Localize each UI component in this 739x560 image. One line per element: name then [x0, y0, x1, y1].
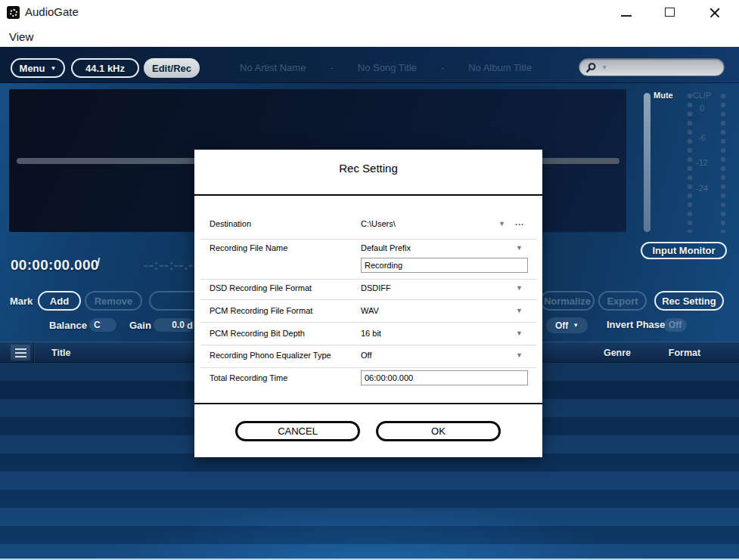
cancel-button[interactable]: CANCEL: [235, 421, 360, 441]
mute-label: Mute: [654, 91, 673, 100]
dialog-title: Rec Setting: [194, 162, 542, 175]
mark-label: Mark: [10, 295, 33, 307]
column-header-genre[interactable]: Genre: [598, 348, 637, 358]
export-button[interactable]: Export: [598, 291, 647, 311]
rec-file-name-input[interactable]: [361, 258, 528, 273]
mark-remove-button[interactable]: Remove: [85, 291, 142, 311]
meter-tick-6: -6: [682, 133, 722, 142]
destination-label: Destination: [210, 219, 251, 228]
chevron-down-icon[interactable]: ▼: [516, 330, 523, 337]
total-rec-time-label: Total Recording Time: [210, 373, 287, 382]
rec-file-name-label: Recording File Name: [210, 243, 287, 252]
chevron-down-icon[interactable]: ▼: [498, 220, 505, 227]
album-title: No Album Title: [468, 62, 532, 73]
menubar: View: [0, 25, 739, 47]
song-title: No Song Title: [358, 62, 417, 73]
titlebar: AudioGate: [0, 0, 739, 25]
pcm-format-value[interactable]: WAV: [361, 306, 379, 315]
balance-value[interactable]: C: [89, 318, 116, 332]
total-rec-time-input[interactable]: [361, 370, 528, 385]
meter-tick-24: -24: [682, 184, 722, 193]
dialog-divider: [194, 194, 542, 196]
eq-off-dropdown[interactable]: Off ▼: [546, 317, 588, 333]
chevron-down-icon[interactable]: ▼: [516, 351, 523, 359]
destination-value[interactable]: C:\Users\: [361, 219, 396, 228]
chevron-down-icon[interactable]: ▼: [516, 244, 523, 252]
chevron-down-icon: ▼: [51, 65, 57, 72]
meter-tick-0: 0: [682, 104, 722, 113]
search-icon: [585, 62, 597, 73]
list-menu-icon[interactable]: [11, 345, 30, 360]
chevron-down-icon[interactable]: ▼: [516, 284, 523, 292]
chevron-down-icon[interactable]: ▼: [516, 307, 523, 314]
ok-button[interactable]: OK: [376, 421, 501, 441]
search-filter-dropdown-icon[interactable]: ▼: [601, 64, 607, 71]
dsd-format-value[interactable]: DSDIFF: [361, 283, 391, 292]
invert-phase-toggle[interactable]: Off: [663, 318, 687, 332]
pcm-format-label: PCM Recording File Format: [210, 306, 312, 315]
edit-rec-button[interactable]: Edit/Rec: [144, 58, 200, 78]
browse-button[interactable]: ...: [515, 218, 524, 227]
monitor-level-fader[interactable]: [644, 93, 651, 232]
close-icon[interactable]: [709, 7, 721, 19]
dialog-divider: [194, 403, 542, 404]
rec-setting-dialog: Rec Setting Destination C:\Users\ ▼ ... …: [194, 150, 542, 457]
dsd-format-label: DSD Recording File Format: [210, 283, 312, 292]
menu-button[interactable]: Menu ▼: [11, 58, 65, 78]
column-header-format[interactable]: Format: [663, 348, 706, 358]
time-current: 00:00:00.000: [11, 257, 99, 274]
separator-dash: -: [441, 62, 444, 73]
gain-label: Gain: [129, 320, 151, 331]
app-logo-icon: [7, 6, 20, 19]
menu-item-view[interactable]: View: [6, 29, 36, 45]
separator-dash: -: [330, 62, 333, 73]
gain-unit: d: [187, 320, 193, 331]
rec-file-name-mode[interactable]: Default Prefix: [361, 243, 411, 252]
time-separator: /: [97, 255, 100, 268]
now-playing-info: No Artist Name - No Song Title - No Albu…: [219, 62, 552, 73]
invert-phase-label: Invert Phase: [607, 319, 665, 330]
pcm-bitdepth-value[interactable]: 16 bit: [361, 329, 381, 338]
artist-name: No Artist Name: [240, 62, 306, 73]
meter-tick-12: -12: [682, 158, 722, 167]
column-header-title[interactable]: Title: [51, 348, 70, 358]
balance-label: Balance: [49, 320, 87, 331]
maximize-icon[interactable]: [665, 8, 675, 17]
mark-add-button[interactable]: Add: [38, 291, 81, 311]
minimize-icon[interactable]: [621, 15, 632, 17]
toolbar: Menu ▼ 44.1 kHz Edit/Rec No Artist Name …: [0, 47, 739, 83]
header-divider: [33, 342, 34, 364]
app-window: AudioGate View Menu ▼ 44.1 kHz Edit/Rec …: [0, 0, 739, 560]
search-input[interactable]: ▼: [579, 58, 725, 76]
input-monitor-button[interactable]: Input Monitor: [641, 242, 727, 259]
phono-eq-value[interactable]: Off: [361, 351, 371, 360]
normalize-button[interactable]: Normalize: [540, 291, 595, 311]
sample-rate-button[interactable]: 44.1 kHz: [71, 58, 139, 78]
chevron-down-icon: ▼: [573, 322, 579, 329]
pcm-bitdepth-label: PCM Recording Bit Depth: [210, 329, 305, 338]
phono-eq-label: Recording Phono Equalizer Type: [210, 351, 331, 360]
rec-setting-button[interactable]: Rec Setting: [654, 291, 724, 311]
window-title: AudioGate: [25, 5, 79, 18]
meter-tick-clip: CLIP: [682, 91, 722, 100]
